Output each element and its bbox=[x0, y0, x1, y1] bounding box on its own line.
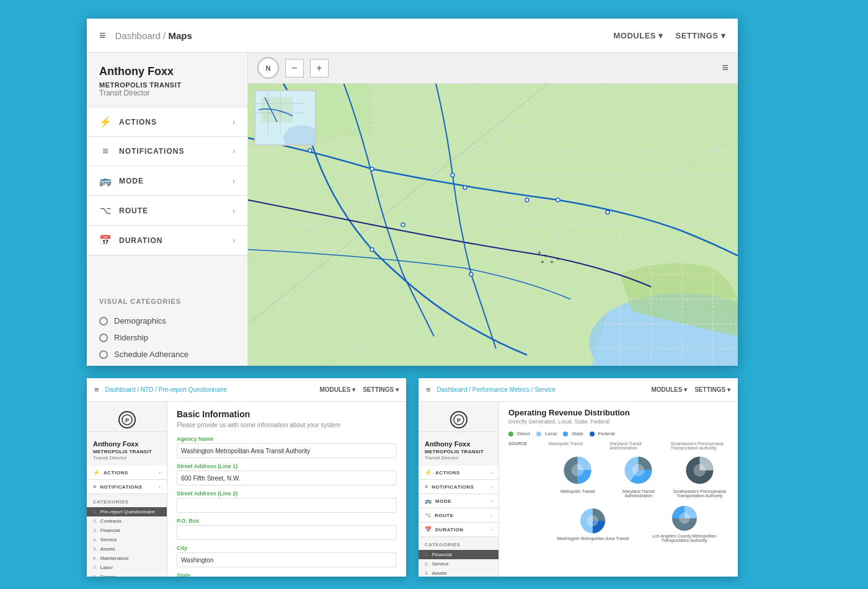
svg-point-56 bbox=[538, 252, 541, 254]
sidebar-item-route[interactable]: ⌥ ROUTE › bbox=[87, 196, 247, 226]
svg-point-71 bbox=[679, 513, 690, 524]
br-user-name: Anthony Foxx bbox=[418, 437, 498, 449]
category-demographics[interactable]: Demographics bbox=[99, 312, 235, 329]
br-notifications[interactable]: ≡ NOTIFICATIONS › bbox=[418, 480, 498, 494]
bl-cat-1[interactable]: 1. Pre-report Questionnaire bbox=[87, 507, 167, 516]
po-box-label: P.O. Box bbox=[177, 518, 397, 524]
svg-point-63 bbox=[572, 464, 584, 477]
field-state: State DC MD VA bbox=[177, 572, 397, 577]
zoom-in-button[interactable]: + bbox=[310, 59, 329, 78]
bl-topbar: ≡ Dashboard / NTD / Pre-report Questionn… bbox=[87, 378, 406, 402]
field-street-2: Street Address (Line 2) bbox=[177, 490, 397, 513]
legend-federal: Federal bbox=[590, 431, 615, 436]
bl-content: P Anthony Foxx METROPOLIS TRANSIT Transi… bbox=[87, 402, 406, 577]
br-mode[interactable]: 🚌 MODE › bbox=[418, 494, 498, 508]
svg-point-57 bbox=[541, 261, 544, 264]
br-cat-2[interactable]: 2. Service bbox=[418, 559, 498, 569]
bl-notifications-icon: ≡ bbox=[93, 484, 96, 490]
agency-name-input[interactable] bbox=[177, 443, 397, 458]
zoom-out-button[interactable]: − bbox=[285, 59, 304, 78]
bl-hamburger[interactable]: ≡ bbox=[94, 385, 99, 394]
bottom-right-panel: ≡ Dashboard / Performance Metrics / Serv… bbox=[418, 378, 738, 577]
br-chart-area: Operating Revenue Distribution Directly … bbox=[499, 402, 738, 577]
bottom-left-panel: ≡ Dashboard / NTD / Pre-report Questionn… bbox=[87, 378, 406, 577]
sidebar-item-actions[interactable]: ⚡ ACTIONS › bbox=[87, 107, 247, 137]
city-input[interactable] bbox=[177, 552, 397, 567]
bl-modules-button[interactable]: MODULES ▾ bbox=[319, 386, 355, 393]
mini-map bbox=[254, 90, 316, 146]
svg-point-46 bbox=[525, 198, 529, 202]
bl-cat-2[interactable]: 2. Contracts bbox=[87, 516, 167, 526]
col-maryland: Maryland Transit Administration bbox=[609, 441, 667, 450]
street2-input[interactable] bbox=[177, 498, 397, 513]
bl-settings-button[interactable]: SETTINGS ▾ bbox=[363, 386, 399, 393]
map-display[interactable] bbox=[248, 84, 738, 366]
br-breadcrumb-prefix: Dashboard / Performance Metrics / bbox=[437, 386, 533, 393]
route-icon: ⌥ bbox=[99, 205, 112, 216]
br-cat-3[interactable]: 3. Assets bbox=[418, 569, 498, 577]
br-route[interactable]: ⌥ ROUTE › bbox=[418, 508, 498, 523]
ridership-circle bbox=[99, 334, 108, 342]
bl-notifications[interactable]: ≡ NOTIFICATIONS › bbox=[87, 480, 167, 494]
modules-button[interactable]: MODULES ▾ bbox=[613, 31, 663, 40]
breadcrumb-separator: / bbox=[163, 30, 166, 41]
br-settings-button[interactable]: SETTINGS ▾ bbox=[694, 386, 730, 393]
svg-point-53 bbox=[544, 255, 547, 257]
legend-local: Local bbox=[536, 431, 557, 436]
col-metropolis: Metropolis Transit bbox=[549, 441, 606, 450]
bl-cat-7[interactable]: 7. Labor bbox=[87, 563, 167, 572]
category-schedule[interactable]: Schedule Adherance bbox=[99, 346, 235, 363]
street1-input[interactable] bbox=[177, 471, 397, 485]
svg-point-52 bbox=[401, 223, 405, 227]
svg-text:P: P bbox=[456, 417, 460, 423]
bl-cat-8[interactable]: 8. Energy bbox=[87, 572, 167, 577]
sidebar-item-duration[interactable]: 📅 DURATION › bbox=[87, 226, 247, 255]
settings-button[interactable]: SETTINGS ▾ bbox=[675, 31, 725, 40]
bl-cat-5[interactable]: 5. Assets bbox=[87, 544, 167, 554]
sidebar-item-mode[interactable]: 🚌 MODE › bbox=[87, 166, 247, 196]
category-ridership[interactable]: Ridership bbox=[99, 329, 235, 346]
street2-label: Street Address (Line 2) bbox=[177, 490, 397, 497]
map-menu-button[interactable]: ≡ bbox=[722, 61, 728, 74]
po-box-input[interactable] bbox=[177, 525, 397, 540]
duration-arrow: › bbox=[232, 236, 235, 245]
bl-cat-6[interactable]: 6. Maintenance bbox=[87, 554, 167, 563]
bl-topbar-right: MODULES ▾ SETTINGS ▾ bbox=[319, 386, 399, 393]
actions-arrow: › bbox=[232, 118, 235, 126]
map-area[interactable]: N − + ≡ bbox=[248, 53, 738, 366]
topbar-right: MODULES ▾ SETTINGS ▾ bbox=[613, 31, 725, 40]
br-modules-button[interactable]: MODULES ▾ bbox=[651, 386, 687, 393]
sidebar-item-notifications[interactable]: ≡ NOTIFICATIONS › bbox=[87, 137, 247, 166]
br-actions[interactable]: ⚡ ACTIONS › bbox=[418, 466, 498, 480]
pie-label-metropolis: Metropolis Transit bbox=[549, 489, 606, 498]
bl-actions[interactable]: ⚡ ACTIONS › bbox=[87, 466, 167, 480]
svg-point-51 bbox=[469, 273, 473, 277]
visual-categories-title: VISUAL CATEGORIES bbox=[99, 298, 235, 305]
mode-arrow: › bbox=[232, 177, 235, 185]
notifications-arrow: › bbox=[232, 147, 235, 156]
bl-cat-4[interactable]: 4. Service bbox=[87, 535, 167, 544]
breadcrumb-prefix: Dashboard bbox=[115, 30, 161, 41]
bl-cat-3[interactable]: 3. Financial bbox=[87, 526, 167, 535]
br-hamburger[interactable]: ≡ bbox=[426, 385, 431, 394]
pie-southeastern bbox=[671, 453, 728, 487]
sidebar-menu: ⚡ ACTIONS › ≡ NOTIFICATIONS › 🚌 MODE bbox=[87, 107, 247, 288]
br-topbar: ≡ Dashboard / Performance Metrics / Serv… bbox=[418, 378, 738, 402]
duration-icon: 📅 bbox=[99, 234, 112, 246]
chart-table-header: SOURCE Metropolis Transit Maryland Trans… bbox=[508, 441, 728, 450]
duration-label: DURATION bbox=[119, 236, 162, 245]
svg-point-44 bbox=[370, 248, 374, 252]
svg-text:P: P bbox=[125, 417, 128, 423]
legend-direct: Direct bbox=[508, 431, 530, 436]
chart-title: Operating Revenue Distribution bbox=[508, 408, 728, 417]
local-label: Local bbox=[545, 431, 557, 436]
compass-button[interactable]: N bbox=[257, 57, 279, 79]
svg-point-48 bbox=[451, 174, 454, 177]
br-duration[interactable]: 📅 DURATION › bbox=[418, 523, 498, 537]
pie-labels-row1: Metropolis Transit Maryland TransitAdmin… bbox=[508, 489, 728, 498]
user-name: Anthony Foxx bbox=[99, 65, 235, 78]
br-logo-circle: P bbox=[450, 411, 467, 428]
svg-point-45 bbox=[463, 186, 467, 190]
hamburger-icon[interactable]: ≡ bbox=[99, 29, 106, 42]
br-cat-1[interactable]: 1. Financial bbox=[418, 550, 498, 559]
